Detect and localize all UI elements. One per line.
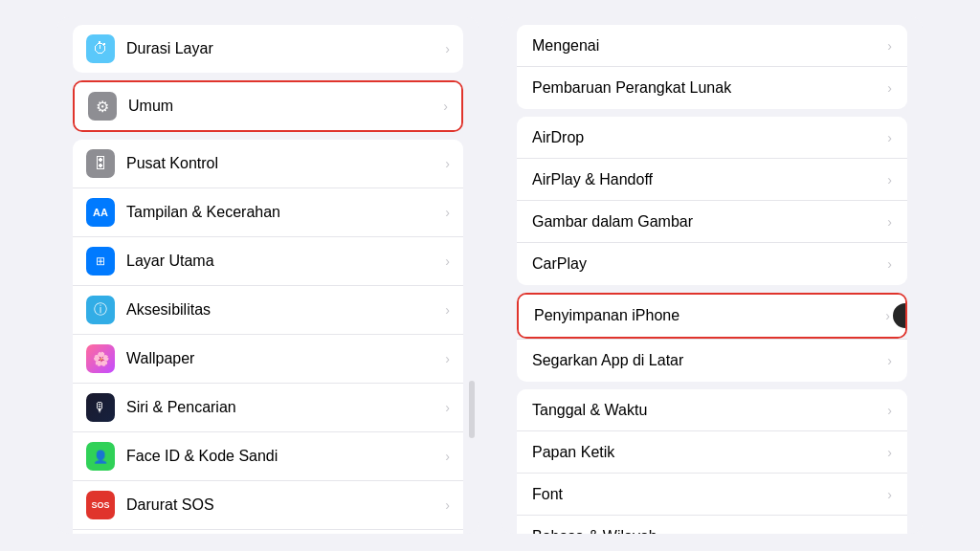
pusat-kontrol-label: Pusat Kontrol xyxy=(126,155,445,172)
layar-utama-icon: ⊞ xyxy=(86,247,115,276)
pembaruan-row[interactable]: Pembaruan Perangkat Lunak › xyxy=(517,67,907,109)
pusat-kontrol-chevron: › xyxy=(445,156,450,171)
pembaruan-label: Pembaruan Perangkat Lunak xyxy=(532,79,887,97)
segarkan-group: Segarkan App di Latar › xyxy=(517,339,907,382)
pusat-kontrol-icon: 🎛 xyxy=(86,149,115,178)
faceid-row[interactable]: 👤 Face ID & Kode Sandi › xyxy=(73,432,463,481)
tanggal-row[interactable]: Tanggal & Waktu › xyxy=(517,389,907,431)
right-settings-list: Mengenai › Pembaruan Perangkat Lunak › A… xyxy=(501,17,923,534)
left-settings-list: ⏱ Durasi Layar › ⚙ Umum › 🎛 Pusat Kontro… xyxy=(57,17,479,534)
gambar-label: Gambar dalam Gambar xyxy=(532,213,887,231)
penyimpanan-label: Penyimpanan iPhone xyxy=(534,307,885,324)
siri-icon: 🎙 xyxy=(86,393,115,422)
airdrop-row[interactable]: AirDrop › xyxy=(517,117,907,159)
layar-utama-label: Layar Utama xyxy=(126,253,445,270)
penyimpanan-group: Penyimpanan iPhone › xyxy=(517,293,907,339)
tanggal-label: Tanggal & Waktu xyxy=(532,402,887,419)
airplay-label: AirPlay & Handoff xyxy=(532,171,887,188)
darurat-label: Darurat SOS xyxy=(126,496,445,514)
aksesibilitas-label: Aksesibilitas xyxy=(126,301,445,319)
wallpaper-row[interactable]: 🌸 Wallpaper › xyxy=(73,335,463,384)
segarkan-row[interactable]: Segarkan App di Latar › xyxy=(517,340,907,382)
wallpaper-icon: 🌸 xyxy=(86,344,115,373)
siri-row[interactable]: 🎙 Siri & Pencarian › xyxy=(73,384,463,432)
aksesibilitas-row[interactable]: ⓘ Aksesibilitas › xyxy=(73,286,463,335)
bahasa-label: Bahasa & Wilayah xyxy=(532,528,887,535)
faceid-label: Face ID & Kode Sandi xyxy=(126,448,445,465)
durasi-layar-icon: ⏱ xyxy=(86,34,115,63)
papan-ketik-row[interactable]: Papan Ketik › xyxy=(517,431,907,474)
airdrop-label: AirDrop xyxy=(532,129,887,146)
penyimpanan-row[interactable]: Penyimpanan iPhone › xyxy=(519,295,905,337)
right-group2: AirDrop › AirPlay & Handoff › Gambar dal… xyxy=(517,117,907,285)
mengenai-row[interactable]: Mengenai › xyxy=(517,25,907,67)
darurat-icon: SOS xyxy=(86,491,115,519)
mengenai-label: Mengenai xyxy=(532,37,887,55)
faceid-icon: 👤 xyxy=(86,442,115,471)
durasi-layar-label: Durasi Layar xyxy=(126,40,445,57)
siri-label: Siri & Pencarian xyxy=(126,399,445,416)
wallpaper-label: Wallpaper xyxy=(126,350,445,367)
font-label: Font xyxy=(532,486,887,503)
tampilan-row[interactable]: AA Tampilan & Kecerahan › xyxy=(73,188,463,237)
papan-ketik-label: Papan Ketik xyxy=(532,444,887,461)
umum-label: Umum xyxy=(128,98,443,115)
segarkan-label: Segarkan App di Latar xyxy=(532,352,887,369)
left-panel: ⏱ Durasi Layar › ⚙ Umum › 🎛 Pusat Kontro… xyxy=(57,17,479,534)
darurat-row[interactable]: SOS Darurat SOS › xyxy=(73,481,463,530)
durasi-layar-row[interactable]: ⏱ Durasi Layar › xyxy=(73,25,463,73)
right-group4: Tanggal & Waktu › Papan Ketik › Font › B… xyxy=(517,389,907,534)
umum-chevron: › xyxy=(443,99,448,114)
left-main-group: 🎛 Pusat Kontrol › AA Tampilan & Keceraha… xyxy=(73,140,463,534)
font-row[interactable]: Font › xyxy=(517,474,907,516)
carplay-row[interactable]: CarPlay › xyxy=(517,243,907,285)
pemaparan-row[interactable]: ☀ Pemberitahuan Pemaparan › xyxy=(73,530,463,534)
umum-row[interactable]: ⚙ Umum › xyxy=(75,82,461,130)
right-group1: Mengenai › Pembaruan Perangkat Lunak › xyxy=(517,25,907,109)
right-panel: Mengenai › Pembaruan Perangkat Lunak › A… xyxy=(501,17,923,534)
durasi-layar-chevron: › xyxy=(445,41,450,56)
tampilan-icon: AA xyxy=(86,198,115,227)
aksesibilitas-icon: ⓘ xyxy=(86,296,115,324)
airplay-row[interactable]: AirPlay & Handoff › xyxy=(517,159,907,201)
gambar-row[interactable]: Gambar dalam Gambar › xyxy=(517,201,907,243)
pusat-kontrol-row[interactable]: 🎛 Pusat Kontrol › xyxy=(73,140,463,188)
scroll-handle[interactable] xyxy=(469,381,475,438)
umum-icon: ⚙ xyxy=(88,92,117,121)
layar-utama-row[interactable]: ⊞ Layar Utama › xyxy=(73,237,463,286)
carplay-label: CarPlay xyxy=(532,255,887,273)
tampilan-label: Tampilan & Kecerahan xyxy=(126,204,445,221)
bahasa-row[interactable]: Bahasa & Wilayah › xyxy=(517,516,907,534)
